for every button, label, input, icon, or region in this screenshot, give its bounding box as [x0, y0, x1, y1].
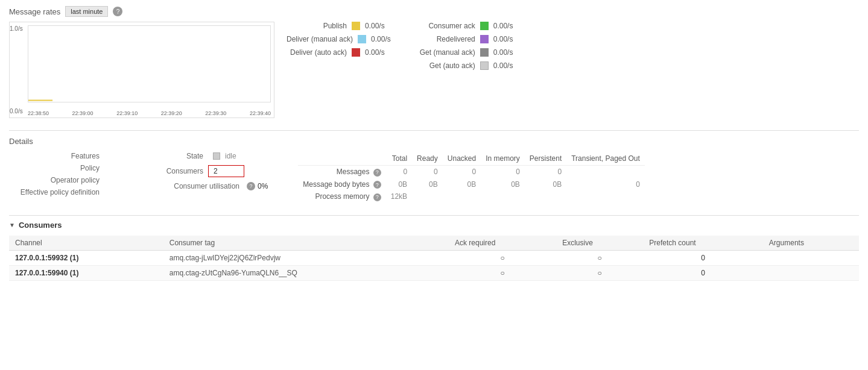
messages-transient — [566, 166, 645, 178]
rate-row-deliver-auto: Deliver (auto ack) 0.00/s — [287, 48, 391, 57]
rates-content: 1.0/s 0.0/s 22:38:50 22:39:00 22:39:10 2… — [9, 22, 859, 118]
details-left-panel: Features Policy Operator policy Effectiv… — [9, 152, 142, 203]
utilisation-row: Consumer utilisation ? 0% — [160, 182, 268, 190]
utilisation-label: Consumer utilisation — [160, 182, 244, 190]
message-body-bytes-row: Message body bytes ? 0B 0B 0B 0B 0B 0 — [298, 178, 645, 191]
consumers-section-title: Consumers — [19, 221, 62, 230]
consumer-1-ack: ○ — [449, 250, 556, 265]
time-badge[interactable]: last minute — [65, 6, 108, 17]
col-header-persistent: Persistent — [525, 152, 566, 166]
get-auto-color — [480, 61, 489, 70]
process-memory-inmemory — [481, 190, 525, 203]
left-rate-table: Publish 0.00/s Deliver (manual ack) 0.00… — [287, 22, 391, 118]
deliver-auto-label: Deliver (auto ack) — [287, 48, 347, 57]
body-bytes-unacked: 0B — [443, 178, 481, 191]
body-bytes-transient: 0 — [566, 178, 645, 191]
col-header-label — [298, 152, 385, 166]
state-label: State — [160, 152, 208, 160]
consumers-section-header[interactable]: ▼ Consumers — [9, 221, 859, 230]
rate-tables: Publish 0.00/s Deliver (manual ack) 0.00… — [287, 22, 513, 118]
details-title: Details — [9, 137, 859, 146]
chart-x-label-4: 22:39:20 — [161, 110, 182, 116]
consumer-2-channel[interactable]: 127.0.0.1:59940 (1) — [9, 265, 163, 280]
consumer-2-exclusive: ○ — [556, 265, 643, 280]
deliver-manual-label: Deliver (manual ack) — [287, 35, 353, 43]
chart-x-label-5: 22:39:30 — [205, 110, 226, 116]
consumer-ack-value: 0.00/s — [493, 22, 513, 30]
consumers-collapse-arrow: ▼ — [9, 222, 15, 228]
publish-color — [352, 22, 360, 30]
utilisation-help-icon[interactable]: ? — [247, 182, 255, 190]
chart-area — [28, 25, 271, 102]
details-section: Details Features Policy Operator policy … — [9, 130, 859, 203]
get-manual-color — [480, 48, 489, 57]
message-rates-help-icon[interactable]: ? — [113, 7, 122, 16]
chart-svg — [28, 26, 270, 102]
chart-x-label-6: 22:39:40 — [250, 110, 271, 116]
chart-container: 1.0/s 0.0/s 22:38:50 22:39:00 22:39:10 2… — [9, 22, 274, 118]
consumer-2-tag: amq.ctag-zUtCgNa96-YumaQLN6__SQ — [163, 265, 449, 280]
chart-x-label-3: 22:39:10 — [116, 110, 138, 116]
col-header-transient: Transient, Paged Out — [566, 152, 645, 166]
messages-persistent: 0 — [525, 166, 566, 178]
messages-row: Messages ? 0 0 0 0 0 — [298, 166, 645, 178]
details-middle-panel: State idle Consumers 2 Consumer utilisat… — [160, 152, 268, 203]
operator-policy-key: Operator policy — [9, 176, 106, 184]
consumers-row: Consumers 2 — [160, 165, 268, 177]
col-header-ready: Ready — [412, 152, 443, 166]
message-rates-header: Message rates last minute ? — [9, 6, 859, 17]
messages-table-container: Total Ready Unacked In memory Persistent… — [298, 152, 645, 203]
process-memory-row: Process memory ? 12kB — [298, 190, 645, 203]
publish-label: Publish — [287, 22, 347, 30]
messages-help-icon[interactable]: ? — [373, 169, 381, 177]
rate-row-redelivered: Redelivered 0.00/s — [415, 35, 513, 43]
deliver-manual-value: 0.00/s — [371, 35, 391, 43]
process-memory-total: 12kB — [386, 190, 412, 203]
consumer-ack-label: Consumer ack — [415, 22, 475, 30]
consumer-2-arguments — [763, 265, 859, 280]
redelivered-value: 0.00/s — [493, 35, 513, 43]
publish-value: 0.00/s — [365, 22, 385, 30]
get-manual-value: 0.00/s — [493, 48, 513, 57]
chart-x-label-1: 22:38:50 — [28, 110, 49, 116]
get-auto-value: 0.00/s — [493, 61, 513, 70]
col-header-unacked: Unacked — [443, 152, 481, 166]
consumer-1-channel[interactable]: 127.0.0.1:59932 (1) — [9, 250, 163, 265]
message-body-bytes-label: Message body bytes ? — [298, 178, 385, 191]
process-memory-help-icon[interactable]: ? — [373, 193, 381, 201]
consumer-1-prefetch: 0 — [643, 250, 763, 265]
message-rates-title: Message rates — [9, 7, 60, 16]
consumer-2-ack: ○ — [449, 265, 556, 280]
messages-row-label: Messages ? — [298, 166, 385, 178]
consumer-row-2: 127.0.0.1:59940 (1) amq.ctag-zUtCgNa96-Y… — [9, 265, 859, 280]
col-header-inmemory: In memory — [481, 152, 525, 166]
messages-ready: 0 — [412, 166, 443, 178]
consumer-1-exclusive: ○ — [556, 250, 643, 265]
redelivered-label: Redelivered — [415, 35, 475, 43]
consumer-1-arguments — [763, 250, 859, 265]
process-memory-transient — [566, 190, 645, 203]
messages-inmemory: 0 — [481, 166, 525, 178]
state-indicator-icon — [213, 152, 220, 160]
consumers-col-channel: Channel — [9, 236, 163, 251]
detail-policy: Policy — [9, 164, 142, 172]
chart-y-label-bottom: 0.0/s — [10, 108, 23, 114]
rate-row-get-auto: Get (auto ack) 0.00/s — [415, 61, 513, 70]
rate-row-deliver-manual: Deliver (manual ack) 0.00/s — [287, 35, 391, 43]
policy-key: Policy — [9, 164, 106, 172]
body-bytes-inmemory: 0B — [481, 178, 525, 191]
effective-policy-key: Effective policy definition — [9, 188, 106, 196]
state-text: idle — [225, 152, 236, 160]
process-memory-label: Process memory ? — [298, 190, 385, 203]
detail-operator-policy: Operator policy — [9, 176, 142, 184]
consumers-section: ▼ Consumers Channel Consumer tag Ack req… — [9, 215, 859, 281]
consumer-ack-color — [480, 22, 489, 30]
message-body-help-icon[interactable]: ? — [373, 181, 381, 189]
consumers-label: Consumers — [160, 167, 208, 175]
state-row: State idle — [160, 152, 268, 160]
chart-y-labels: 1.0/s 0.0/s — [10, 22, 23, 118]
consumer-1-tag: amq.ctag-jLwIDYej22jQ6ZlrPedvjw — [163, 250, 449, 265]
deliver-auto-value: 0.00/s — [365, 48, 385, 57]
consumers-col-prefetch: Prefetch count — [643, 236, 763, 251]
messages-total: 0 — [386, 166, 412, 178]
